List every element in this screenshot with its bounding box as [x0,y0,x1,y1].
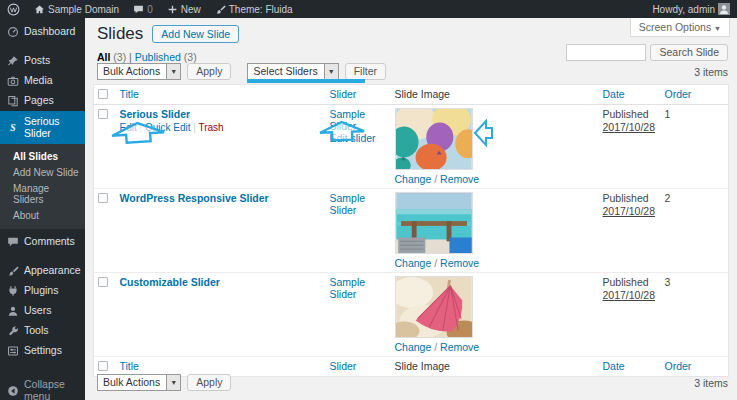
status-label: Published [603,276,649,288]
row-checkbox[interactable] [98,277,108,287]
table-header-row: Title Slider Slide Image Date Order [94,85,729,105]
sidebar-item-media[interactable]: Media [0,71,85,91]
sidebar-item-appearance[interactable]: Appearance [0,261,85,281]
column-header-title[interactable]: Title [120,88,139,100]
slide-thumbnail-umbrella[interactable] [395,276,473,338]
apply-button[interactable]: Apply [187,63,231,80]
column-footer-title[interactable]: Title [120,360,139,372]
collapse-arrow-icon [7,385,19,397]
sidebar-item-posts[interactable]: Posts [0,51,85,71]
main-content: Screen Options ▼ Slides Add New Slide Se… [85,18,737,400]
select-all-checkbox[interactable] [98,89,108,99]
table-row: Serious Slider Edit | Quick Edit | Trash… [94,105,729,189]
add-new-slide-button[interactable]: Add New Slide [152,25,239,43]
select-all-checkbox[interactable] [98,361,108,371]
search-box: Search Slide [566,44,728,61]
filter-button[interactable]: Filter [345,63,386,80]
column-footer-date[interactable]: Date [603,360,625,372]
settings-sliders-icon [7,345,19,357]
theme-link[interactable]: Theme: Fluida [208,0,300,18]
submenu-all-slides[interactable]: All Slides [0,148,85,164]
slides-table: Title Slider Slide Image Date Order Seri… [93,84,729,377]
column-header-date[interactable]: Date [603,88,625,100]
slider-link[interactable]: Sample Slider [330,192,387,216]
view-published-link[interactable]: Published [135,51,181,63]
wrench-icon [7,325,19,337]
order-value: 1 [665,108,671,120]
row-actions: Edit | Quick Edit | Trash [120,122,322,133]
slide-thumbnail-beach[interactable] [395,192,473,254]
separator: | [193,122,196,133]
slide-title-link[interactable]: Serious Slider [120,108,191,120]
sidebar-item-users[interactable]: Users [0,301,85,321]
sidebar-item-dashboard[interactable]: Dashboard [0,22,85,42]
bulk-actions-select-bottom[interactable]: Bulk Actions ▼ [97,374,181,391]
wordpress-logo-icon[interactable] [0,0,27,18]
remove-image-link[interactable]: Remove [440,257,479,269]
publish-date: 2017/10/28 [603,289,656,301]
slide-title-link[interactable]: Customizable Slider [120,276,220,288]
sidebar-item-pages[interactable]: Pages [0,91,85,111]
change-image-link[interactable]: Change [395,173,432,185]
search-slide-button[interactable]: Search Slide [650,44,728,61]
account-menu[interactable]: Howdy, admin [645,0,737,18]
image-actions: Change / Remove [395,257,595,269]
sidebar-collapse-menu[interactable]: Collapse menu [0,375,85,400]
new-content-button[interactable]: New [160,0,208,18]
tablenav-top: Bulk Actions ▼ Apply Select Sliders ▼ Fi… [97,63,728,80]
svg-text:S: S [10,122,15,133]
order-value: 2 [665,192,671,204]
separator: / [434,257,437,269]
slider-link[interactable]: Sample Slider [330,276,387,300]
row-checkbox[interactable] [98,193,108,203]
row-checkbox[interactable] [98,109,108,119]
separator: | [140,122,143,133]
search-input[interactable] [566,44,646,61]
table-row: Customizable Slider Sample Slider [94,273,729,357]
site-name-link[interactable]: Sample Domain [27,0,126,18]
admin-sidebar: Dashboard Posts Media Pages S Serious Sl… [0,18,85,400]
screen-options-tab[interactable]: Screen Options ▼ [630,18,730,37]
sidebar-item-serious-slider[interactable]: S Serious Slider [0,111,85,144]
quick-edit-link[interactable]: Quick Edit [145,122,191,133]
home-icon [34,4,45,15]
slide-thumbnail-balloons[interactable] [395,108,473,170]
comments-count: 0 [147,4,153,15]
column-footer-slider[interactable]: Slider [330,360,357,372]
submenu-add-new-slide[interactable]: Add New Slide [0,164,85,180]
remove-image-link[interactable]: Remove [440,173,479,185]
submenu-about[interactable]: About [0,207,85,223]
image-actions: Change / Remove [395,173,595,185]
slider-link[interactable]: Sample Slider [330,108,387,132]
edit-slider-link[interactable]: Edit slider [330,132,376,144]
trash-link[interactable]: Trash [198,122,223,133]
publish-date: 2017/10/28 [603,121,656,133]
remove-image-link[interactable]: Remove [440,341,479,353]
sidebar-item-plugins[interactable]: Plugins [0,281,85,301]
status-label: Published [603,108,649,120]
comments-bubble-button[interactable]: 0 [126,0,160,18]
column-footer-order[interactable]: Order [665,360,692,372]
column-header-slider[interactable]: Slider [330,88,357,100]
comment-bubble-icon [133,4,144,15]
view-all-link[interactable]: All [97,51,110,63]
sidebar-item-settings[interactable]: Settings [0,341,85,361]
submenu-manage-sliders[interactable]: Manage Sliders [0,180,85,207]
camera-icon [7,75,19,87]
slide-title-link[interactable]: WordPress Responsive Slider [120,192,269,204]
serious-slider-icon: S [7,122,19,134]
select-sliders-select[interactable]: Select Sliders ▼ [247,63,338,80]
sidebar-item-comments[interactable]: Comments [0,232,85,252]
edit-link[interactable]: Edit [120,122,137,133]
views-separator: | [129,51,132,63]
bulk-actions-select[interactable]: Bulk Actions ▼ [97,63,181,80]
sidebar-item-tools[interactable]: Tools [0,321,85,341]
apply-button-bottom[interactable]: Apply [187,374,231,391]
column-header-order[interactable]: Order [665,88,692,100]
change-image-link[interactable]: Change [395,257,432,269]
select-arrow-icon: ▼ [324,64,338,79]
change-image-link[interactable]: Change [395,341,432,353]
user-icon [7,305,19,317]
howdy-label: Howdy, admin [652,4,715,15]
published-count: (3) [184,51,197,63]
